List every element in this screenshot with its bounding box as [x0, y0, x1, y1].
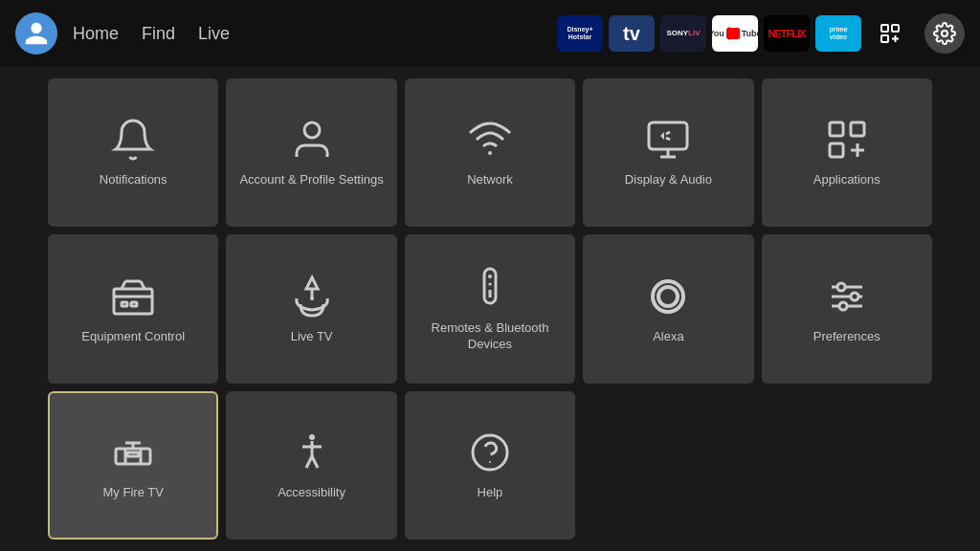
app-netflix[interactable]: NETFLIX — [764, 15, 810, 52]
avatar[interactable] — [15, 12, 57, 55]
grid-item-notifications[interactable]: Notifications — [48, 78, 218, 227]
app-youtube[interactable]: YouTube — [712, 15, 758, 52]
svg-point-46 — [309, 434, 315, 440]
grid-item-applications[interactable]: Applications — [762, 78, 932, 227]
app-icons: Disney+Hotstar tv SONYLIV YouTube NETFLI… — [557, 15, 913, 52]
app-jiotv[interactable]: tv — [609, 15, 655, 52]
svg-line-12 — [666, 138, 670, 140]
svg-point-5 — [942, 31, 947, 36]
grid-item-display-audio[interactable]: Display & Audio — [583, 78, 753, 227]
settings-gear-icon[interactable] — [924, 13, 965, 54]
svg-rect-13 — [830, 122, 843, 136]
svg-rect-2 — [881, 35, 888, 42]
svg-point-52 — [489, 461, 491, 463]
grid-item-account-profile[interactable]: Account & Profile Settings — [226, 78, 396, 227]
svg-rect-28 — [484, 269, 496, 303]
svg-rect-1 — [892, 25, 899, 32]
nav-find[interactable]: Find — [142, 20, 175, 48]
svg-point-39 — [839, 302, 847, 310]
grid-item-live-tv[interactable]: Live TV — [226, 234, 396, 383]
grid-item-remotes-bluetooth[interactable]: Remotes & Bluetooth Devices — [405, 234, 575, 383]
svg-point-29 — [488, 275, 492, 278]
grid-item-my-fire-tv[interactable]: My Fire TV — [48, 391, 218, 540]
svg-line-11 — [666, 132, 670, 134]
app-disneyplus[interactable]: Disney+Hotstar — [557, 15, 603, 52]
svg-marker-25 — [306, 277, 318, 289]
svg-rect-8 — [649, 122, 687, 149]
app-primevideo[interactable]: primevideo — [815, 15, 861, 52]
svg-rect-14 — [851, 122, 864, 136]
svg-point-6 — [304, 122, 320, 138]
grid-item-equipment-control[interactable]: Equipment Control — [48, 234, 218, 383]
svg-rect-0 — [881, 25, 888, 32]
svg-point-27 — [310, 297, 314, 300]
svg-point-51 — [473, 435, 507, 470]
settings-grid: Notifications Account & Profile Settings… — [0, 67, 980, 551]
svg-line-49 — [306, 456, 312, 468]
svg-rect-21 — [131, 302, 137, 306]
nav-bar: Home Find Live Disney+Hotstar tv SONYLIV… — [0, 0, 980, 67]
nav-links: Home Find Live — [73, 20, 230, 48]
grid-item-network[interactable]: Network — [405, 78, 575, 227]
grid-item-preferences[interactable]: Preferences — [762, 234, 932, 383]
svg-rect-43 — [127, 452, 139, 456]
nav-live[interactable]: Live — [198, 20, 230, 48]
svg-line-50 — [312, 456, 318, 468]
grid-item-alexa[interactable]: Alexa — [583, 234, 753, 383]
app-sonyliv[interactable]: SONYLIV — [660, 15, 706, 52]
svg-point-30 — [488, 282, 491, 285]
nav-home[interactable]: Home — [73, 20, 119, 48]
grid-item-accessibility[interactable]: Accessibility — [226, 391, 396, 540]
svg-point-38 — [851, 293, 858, 300]
svg-rect-15 — [830, 143, 843, 157]
svg-rect-20 — [122, 302, 127, 306]
svg-point-37 — [837, 283, 845, 291]
app-grid[interactable] — [867, 15, 913, 52]
svg-point-7 — [488, 151, 492, 155]
grid-item-help[interactable]: Help — [405, 391, 575, 540]
svg-point-33 — [658, 287, 678, 306]
